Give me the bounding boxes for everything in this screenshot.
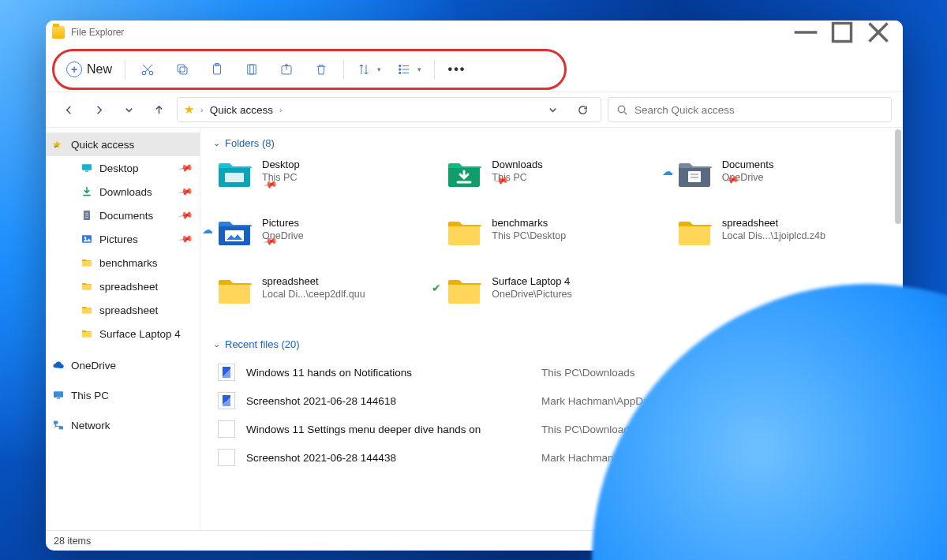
sidebar-item[interactable]: Pictures 📌 — [46, 227, 200, 251]
folder-icon — [447, 217, 481, 245]
sidebar-item[interactable]: Surface Laptop 4 — [46, 322, 200, 345]
tiles-view-button[interactable]: ◻ — [879, 534, 895, 548]
copy-button[interactable] — [167, 55, 198, 84]
details-view-button[interactable]: ≡ — [859, 534, 874, 548]
sort-icon — [357, 62, 371, 77]
svg-point-29 — [84, 237, 87, 239]
search-box[interactable] — [608, 97, 892, 122]
sidebar-item-this-pc[interactable]: › This PC — [46, 383, 200, 407]
address-dropdown[interactable] — [541, 98, 564, 121]
sidebar-item-onedrive[interactable]: › OneDrive — [46, 353, 200, 377]
chevron-right-icon[interactable]: › — [51, 390, 60, 400]
sidebar-item-network[interactable]: › Network — [46, 413, 200, 437]
sidebar-item-quick-access[interactable]: ⌄ ★ Quick access — [46, 133, 200, 156]
svg-rect-6 — [180, 67, 187, 74]
svg-rect-34 — [225, 173, 244, 182]
sidebar-item[interactable]: Downloads 📌 — [46, 180, 200, 203]
sidebar-item[interactable]: Desktop 📌 — [46, 156, 200, 180]
refresh-button[interactable] — [571, 98, 594, 121]
folder-item[interactable]: ☁ Documents OneDrive 📌 — [675, 157, 889, 207]
search-icon — [616, 104, 628, 116]
recent-file-row[interactable]: Screenshot 2021-06-28 144618 Mark Hachma… — [215, 386, 889, 415]
pictures-icon — [80, 233, 93, 245]
titlebar[interactable]: File Explorer — [46, 21, 903, 44]
chevron-right-icon: › — [279, 105, 283, 114]
sidebar-item-label: benchmarks — [99, 257, 158, 269]
share-button[interactable] — [271, 55, 302, 84]
trash-icon — [314, 62, 328, 77]
recent-file-row[interactable]: Windows 11 Settings menu deeper dive han… — [215, 415, 889, 443]
section-label: Folders (8) — [225, 137, 275, 149]
folder-item[interactable]: ✔ Surface Laptop 4 OneDrive\Pictures — [444, 274, 658, 324]
sidebar-item-label: Network — [71, 420, 110, 431]
recent-file-row[interactable]: Screenshot 2021-06-28 144438 Mark Hachma… — [215, 443, 889, 472]
file-location: This PC\Downloads — [541, 424, 885, 435]
sidebar-item[interactable]: spreadsheet — [46, 274, 200, 298]
paste-button[interactable] — [201, 55, 233, 84]
status-bar: 28 items ≡ ◻ — [46, 530, 903, 551]
sidebar-item-label: Documents — [99, 210, 153, 222]
chevron-down-icon[interactable]: ⌄ — [51, 140, 60, 150]
rename-button[interactable] — [236, 55, 268, 84]
breadcrumb-current[interactable]: Quick access — [210, 104, 273, 116]
new-label: New — [87, 62, 112, 77]
chevron-down-icon: ▾ — [417, 65, 421, 73]
folder-name: benchmarks — [492, 217, 566, 229]
new-button[interactable]: + New — [60, 55, 118, 84]
sort-button[interactable]: ▾ — [350, 55, 387, 84]
folder-item[interactable]: benchmarks This PC\Desktop — [444, 215, 658, 266]
sidebar-item-label: spreadsheet — [99, 304, 158, 316]
svg-point-19 — [618, 106, 624, 112]
sidebar-item[interactable]: Documents 📌 — [46, 203, 200, 227]
folder-item[interactable]: Downloads This PC 📌 — [444, 157, 658, 207]
folder-icon — [80, 280, 93, 293]
up-button[interactable] — [147, 98, 170, 121]
forward-button[interactable] — [87, 98, 110, 121]
recent-section-header[interactable]: ⌄ Recent files (20) — [213, 338, 889, 350]
close-button[interactable] — [860, 21, 896, 44]
file-thumbnail — [218, 449, 235, 466]
sidebar-item-label: Desktop — [99, 162, 139, 174]
folder-icon — [677, 217, 712, 245]
file-name: Screenshot 2021-06-28 144438 — [246, 452, 530, 464]
scissors-icon — [140, 62, 155, 77]
folder-icon — [447, 159, 481, 187]
file-location: Mark Hachman\AppData\Local\Packages\Micr… — [541, 452, 885, 464]
cut-button[interactable] — [132, 55, 163, 84]
folder-item[interactable]: Desktop This PC 📌 — [215, 157, 429, 207]
plus-icon: + — [66, 62, 82, 77]
chevron-right-icon[interactable]: › — [51, 420, 60, 430]
maximize-button[interactable] — [824, 21, 860, 44]
svg-rect-7 — [178, 65, 185, 72]
delete-button[interactable] — [305, 55, 337, 84]
address-bar[interactable]: ★ › Quick access › — [177, 97, 601, 122]
chevron-right-icon[interactable]: › — [51, 360, 60, 370]
pin-icon: 📌 — [178, 160, 193, 176]
chevron-right-icon: › — [200, 105, 204, 114]
folder-item[interactable]: spreadsheet Local Dis...\1joiplcd.z4b — [675, 215, 889, 266]
folder-item[interactable]: spreadsheet Local Di...\ceep2dlf.quu — [215, 274, 429, 324]
chevron-down-icon: ▾ — [377, 65, 381, 73]
minimize-button[interactable] — [788, 21, 824, 44]
sidebar-item[interactable]: spreadsheet — [46, 298, 200, 322]
folder-item[interactable]: ☁ Pictures OneDrive 📌 — [215, 215, 429, 266]
rename-icon — [245, 62, 259, 77]
downloads-icon — [80, 185, 93, 198]
copy-icon — [175, 62, 189, 77]
folder-icon — [80, 327, 93, 340]
chevron-down-icon: ⌄ — [213, 138, 220, 148]
folders-section-header[interactable]: ⌄ Folders (8) — [213, 137, 889, 149]
sidebar-item[interactable]: benchmarks — [46, 251, 200, 274]
view-button[interactable]: ▾ — [391, 55, 428, 84]
back-button[interactable] — [57, 98, 80, 121]
sidebar-item-label: Surface Laptop 4 — [99, 328, 181, 340]
file-thumbnail — [218, 392, 235, 409]
more-button[interactable]: ••• — [441, 55, 473, 84]
window-title: File Explorer — [71, 27, 124, 38]
star-icon: ★ — [184, 103, 194, 117]
scrollbar-thumb[interactable] — [895, 129, 901, 224]
recent-locations-button[interactable] — [117, 98, 140, 121]
recent-file-row[interactable]: Windows 11 hands on Notifications This P… — [215, 358, 889, 386]
search-input[interactable] — [634, 104, 883, 116]
svg-rect-1 — [833, 24, 852, 42]
